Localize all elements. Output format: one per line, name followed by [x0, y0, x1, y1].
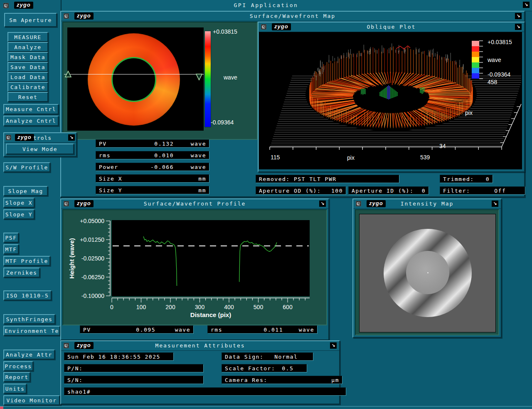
data-sign-field[interactable]: Data Sign:Normal — [222, 352, 313, 361]
stat-value: 0.011 — [243, 327, 283, 333]
aperture-id-value: 0 — [422, 188, 426, 194]
button-process[interactable]: Process — [3, 361, 33, 371]
oblique-3d-plot — [259, 32, 522, 169]
camera-res-field[interactable]: Camera Res:µm — [222, 376, 342, 384]
app-pin-icon[interactable]: ↘ — [523, 2, 530, 8]
stat-label: Power — [99, 164, 131, 170]
removed-field: Removed: PST TLT PWR — [256, 175, 399, 183]
button-measure[interactable]: MEASURE — [7, 32, 48, 42]
stat-unit: mm — [174, 176, 206, 182]
intensity-pin-icon[interactable]: ↘ — [492, 201, 498, 207]
profile-window: zygo Surface/Wavefront Profile ↘ +0.0500… — [60, 198, 329, 340]
intensity-image — [359, 214, 496, 332]
left-panel-window: zygo Sm ApertureMEASUREAnalyzeMask DataS… — [0, 0, 62, 407]
intensity-titlebar[interactable]: zygo Intensity Map ↘ — [353, 199, 501, 209]
button-reset[interactable]: Reset — [7, 92, 48, 102]
aperture-od-label: Aperture OD (%): — [259, 188, 321, 194]
stat-unit: wave — [174, 152, 206, 159]
removed-value: PST TLT PWR — [294, 176, 337, 182]
button-analyze-attr[interactable]: Analyze Attr — [3, 350, 55, 359]
oblique-plot-area: +0.03815 wave -0.09364 458 pix 34 115 pi… — [259, 32, 522, 169]
oblique-depth-axis-value: 34 — [439, 143, 446, 149]
gpi-application-root: GPI Application ↘ zygo Sm ApertureMEASUR… — [0, 0, 532, 409]
button-measure-cntrl[interactable]: Measure Cntrl — [3, 104, 59, 114]
button-save-data[interactable]: Save Data — [7, 62, 48, 72]
stat-value: 0.132 — [131, 141, 174, 147]
button-psf[interactable]: PSF — [3, 233, 19, 243]
map-stat-rms: rms0.010wave — [96, 151, 209, 159]
button-environment-te[interactable]: Environment Te — [3, 326, 60, 336]
filter-field[interactable]: Filter:Off — [440, 186, 525, 195]
controls-title-fragment: trols — [33, 135, 52, 141]
oblique-titlebar[interactable]: zygo Oblique Plot ↘ — [259, 22, 524, 32]
stat-label: Size Y — [99, 187, 131, 193]
map-stat-size-x: Size Xmm — [96, 174, 209, 183]
timestamp-value: Sun Feb 16 18:36:55 2025 — [67, 354, 160, 360]
button-units[interactable]: Units — [3, 384, 27, 394]
controls-titlebar[interactable]: zygo trols ↘ — [4, 133, 76, 143]
map-stat-power: Power-0.066wave — [96, 163, 209, 171]
button-sm-aperture[interactable]: Sm Aperture — [4, 13, 57, 27]
button-slope-mag[interactable]: Slope Mag — [3, 186, 48, 196]
aperture-id-label: Aperture ID (%): — [352, 188, 414, 194]
intensity-title: Intensity Map — [353, 201, 501, 207]
stat-unit: wave — [174, 141, 206, 147]
controls-window: zygo trols ↘ View Mode — [3, 132, 77, 157]
view-mode-button[interactable]: View Mode — [6, 144, 74, 154]
attributes-pin-icon[interactable]: ↘ — [330, 342, 337, 349]
button-synthfringes[interactable]: SynthFringes — [3, 314, 55, 324]
command-prompt-text: shao1# — [67, 389, 91, 395]
profile-stats-list: PV0.095waverms0.011wave — [61, 199, 328, 340]
oblique-legend-min-overflow: 458 — [488, 79, 497, 85]
map-stat-pv: PV0.132wave — [96, 139, 209, 148]
button-mtf-profile[interactable]: MTF Profile — [3, 256, 50, 266]
button-mask-data[interactable]: Mask Data — [7, 52, 48, 62]
controls-pin-icon[interactable]: ↘ — [68, 134, 75, 141]
data-sign-value: Normal — [274, 354, 298, 360]
button-mtf[interactable]: MTF — [3, 244, 19, 254]
serial-number-field[interactable]: S/N: — [64, 376, 204, 384]
serial-number-label: S/N: — [67, 377, 83, 383]
button-s-w-profile[interactable]: S/W Profile — [3, 162, 50, 172]
close-icon[interactable] — [6, 135, 11, 140]
button-zernikes[interactable]: Zernikes — [3, 268, 40, 278]
timestamp-field: Sun Feb 16 18:36:55 2025 — [64, 352, 174, 361]
button-analyze[interactable]: Analyze — [7, 42, 48, 52]
app-titlebar[interactable]: GPI Application ↘ — [0, 0, 532, 11]
stat-unit: wave — [155, 327, 190, 333]
button-slope-y[interactable]: Slope Y — [3, 209, 34, 219]
command-prompt-field[interactable]: shao1# — [64, 387, 346, 396]
app-title: GPI Application — [0, 2, 532, 8]
button-iso-10110-5[interactable]: ISO 10110-5 — [3, 290, 52, 300]
data-sign-label: Data Sign: — [225, 354, 264, 360]
trimmed-value: 0 — [486, 176, 490, 182]
trimmed-field: Trimmed:0 — [440, 175, 493, 183]
part-number-label: P/N: — [67, 365, 83, 372]
button-slope-x[interactable]: Slope X — [3, 198, 34, 208]
left-button-column: Sm ApertureMEASUREAnalyzeMask DataSave D… — [0, 0, 61, 406]
bottom-edge — [0, 406, 532, 409]
oblique-title: Oblique Plot — [259, 24, 524, 30]
scale-factor-field[interactable]: Scale Factor:0.5 — [222, 364, 307, 372]
attributes-title: Measurement Attributes — [61, 342, 339, 349]
oblique-pin-icon[interactable]: ↘ — [515, 24, 522, 30]
oblique-depth-axis-label: pix — [465, 109, 473, 116]
center-dot — [427, 272, 429, 273]
trimmed-label: Trimmed: — [443, 176, 474, 182]
map-stat-size-y: Size Ymm — [96, 186, 209, 194]
aperture-id-field[interactable]: Aperture ID (%):0 — [348, 186, 429, 195]
part-number-field[interactable]: P/N: — [64, 364, 204, 372]
stat-value: 0.010 — [131, 152, 174, 159]
resize-corner[interactable] — [0, 407, 3, 409]
camera-res-label: Camera Res: — [225, 377, 268, 383]
stat-label: Size X — [99, 176, 131, 182]
oblique-window: zygo Oblique Plot ↘ +0.03815 wave -0.093… — [258, 22, 525, 172]
button-video-monitor[interactable]: Video Monitor — [3, 395, 60, 405]
aperture-od-field[interactable]: Aperture OD (%):100 — [256, 186, 346, 195]
intensity-window: zygo Intensity Map ↘ — [352, 198, 502, 338]
button-load-data[interactable]: Load Data — [7, 72, 48, 82]
attributes-titlebar[interactable]: zygo Measurement Attributes ↘ — [61, 341, 339, 351]
button-calibrate[interactable]: Calibrate — [7, 82, 48, 92]
button-report[interactable]: Report — [3, 372, 30, 382]
button-analyze-cntrl[interactable]: Analyze Cntrl — [3, 116, 59, 126]
